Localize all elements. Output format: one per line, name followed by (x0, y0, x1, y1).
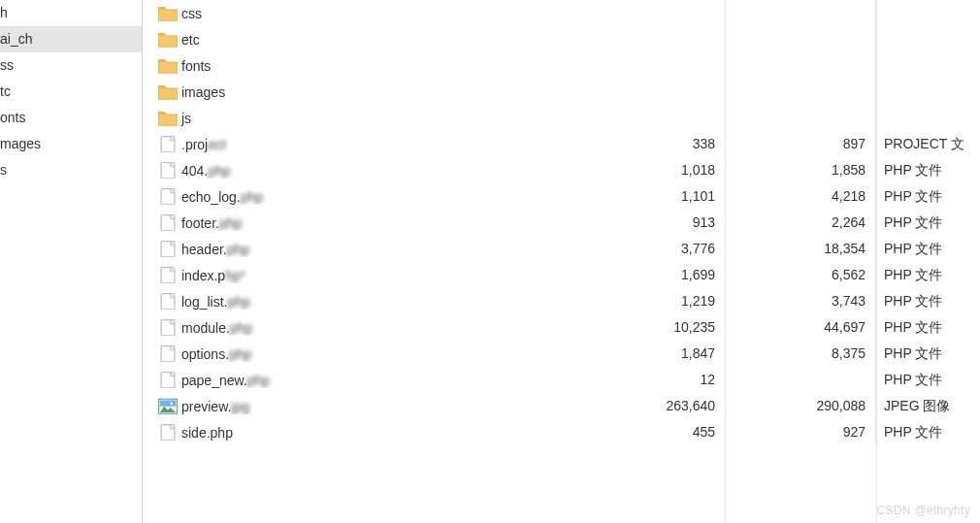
sidebar-item[interactable]: mages (0, 131, 142, 157)
file-size-original: 3,743 (726, 288, 876, 314)
file-size-compressed: 913 (556, 210, 726, 236)
file-icon (158, 267, 178, 284)
file-name: images (178, 84, 556, 100)
file-size-original: 6,562 (726, 262, 876, 288)
file-size-compressed (556, 79, 726, 105)
file-type: PHP 文件 (876, 214, 980, 232)
sidebar-item[interactable]: s (0, 157, 142, 183)
file-size-original (726, 0, 876, 26)
file-size-compressed: 1,219 (556, 288, 726, 314)
file-row[interactable]: etc (143, 26, 980, 52)
watermark: CSDN @ethryhty (877, 504, 970, 517)
sidebar-item-label: onts (0, 110, 25, 125)
file-icon (158, 372, 178, 389)
file-size-compressed (556, 52, 726, 79)
file-icon (158, 345, 178, 363)
file-icon (158, 214, 178, 232)
file-list-pane: cssetcfontsimagesjs.project338897PROJECT… (143, 0, 980, 523)
file-name: log_list.php (178, 294, 556, 310)
file-type: PHP 文件 (876, 267, 980, 284)
file-icon (158, 162, 178, 180)
file-row[interactable]: header.php3,77618,354PHP 文件 (143, 236, 980, 262)
file-row[interactable]: .project338897PROJECT 文 (143, 131, 980, 157)
file-size-original (726, 105, 876, 131)
sidebar-item-label: mages (0, 136, 41, 151)
file-name: footer.php (178, 215, 556, 231)
file-size-original: 897 (726, 131, 876, 157)
file-type: PHP 文件 (876, 319, 980, 337)
file-row[interactable]: pape_new.php12PHP 文件 (143, 367, 980, 393)
file-name: side.php (178, 425, 556, 441)
file-size-original: 18,354 (726, 236, 876, 262)
file-size-original: 4,218 (726, 183, 876, 210)
folder-icon (158, 83, 178, 101)
file-size-compressed: 338 (556, 131, 726, 157)
file-size-compressed: 10,235 (556, 314, 726, 341)
sidebar-item[interactable]: onts (0, 105, 142, 131)
file-size-original (726, 367, 876, 393)
file-name: etc (178, 32, 556, 48)
sidebar-tree[interactable]: hai_chsstcontsmagess (0, 0, 143, 523)
file-name: echo_log.php (178, 189, 556, 205)
file-size-original: 44,697 (726, 314, 876, 341)
file-size-original: 927 (726, 419, 876, 445)
file-name: pape_new.php (178, 373, 556, 388)
file-size-original (726, 52, 876, 79)
file-size-compressed: 1,699 (556, 262, 726, 288)
file-size-compressed: 263,640 (556, 393, 726, 419)
file-name: .project (178, 137, 556, 152)
file-type: PHP 文件 (876, 293, 980, 311)
file-size-compressed: 1,018 (556, 157, 726, 183)
sidebar-item-label: h (0, 5, 8, 20)
sidebar-item[interactable]: ai_ch (0, 26, 142, 52)
file-name: header.php (178, 242, 556, 257)
file-size-compressed (556, 0, 726, 26)
file-row[interactable]: images (143, 79, 980, 105)
file-row[interactable]: fonts (143, 52, 980, 79)
file-row[interactable]: echo_log.php1,1014,218PHP 文件 (143, 183, 980, 210)
file-type: PHP 文件 (876, 188, 980, 206)
file-size-compressed (556, 105, 726, 131)
file-row[interactable]: preview.jpg263,640290,088JPEG 图像 (143, 393, 980, 419)
file-row[interactable]: side.php455927PHP 文件 (143, 419, 980, 445)
file-size-original (726, 26, 876, 52)
file-type: PHP 文件 (876, 241, 980, 258)
sidebar-item-label: ai_ch (0, 31, 32, 47)
file-name: options.php (178, 346, 556, 362)
file-size-original: 8,375 (726, 341, 876, 367)
file-icon (158, 319, 178, 337)
file-type: PHP 文件 (876, 345, 980, 363)
file-type: PHP 文件 (876, 424, 980, 441)
file-icon (158, 424, 178, 441)
file-row[interactable]: index.php*1,6996,562PHP 文件 (143, 262, 980, 288)
file-icon (158, 241, 178, 258)
file-icon (158, 188, 178, 206)
sidebar-item[interactable]: ss (0, 52, 142, 79)
sidebar-item[interactable]: h (0, 0, 142, 26)
file-name: css (178, 6, 556, 21)
file-row[interactable]: css (143, 0, 980, 26)
file-row[interactable]: 404.php1,0181,858PHP 文件 (143, 157, 980, 183)
file-type: PROJECT 文 (876, 136, 980, 153)
file-name: 404.php (178, 163, 556, 179)
column-divider (876, 0, 877, 523)
file-row[interactable]: log_list.php1,2193,743PHP 文件 (143, 288, 980, 314)
file-size-original: 1,858 (726, 157, 876, 183)
file-size-original: 2,264 (726, 210, 876, 236)
file-size-compressed: 1,101 (556, 183, 726, 210)
file-size-compressed: 3,776 (556, 236, 726, 262)
file-size-compressed (556, 26, 726, 52)
sidebar-item[interactable]: tc (0, 79, 142, 105)
file-row[interactable]: module.php10,23544,697PHP 文件 (143, 314, 980, 341)
file-row[interactable]: js (143, 105, 980, 131)
folder-icon (158, 31, 178, 49)
svg-point-12 (170, 402, 173, 405)
file-name: index.php* (178, 268, 556, 283)
file-size-original (726, 79, 876, 105)
file-name: fonts (178, 58, 556, 74)
file-row[interactable]: footer.php9132,264PHP 文件 (143, 210, 980, 236)
file-size-compressed: 455 (556, 419, 726, 445)
file-name: module.php (178, 320, 556, 336)
svg-rect-11 (160, 400, 176, 406)
file-row[interactable]: options.php1,8478,375PHP 文件 (143, 341, 980, 367)
